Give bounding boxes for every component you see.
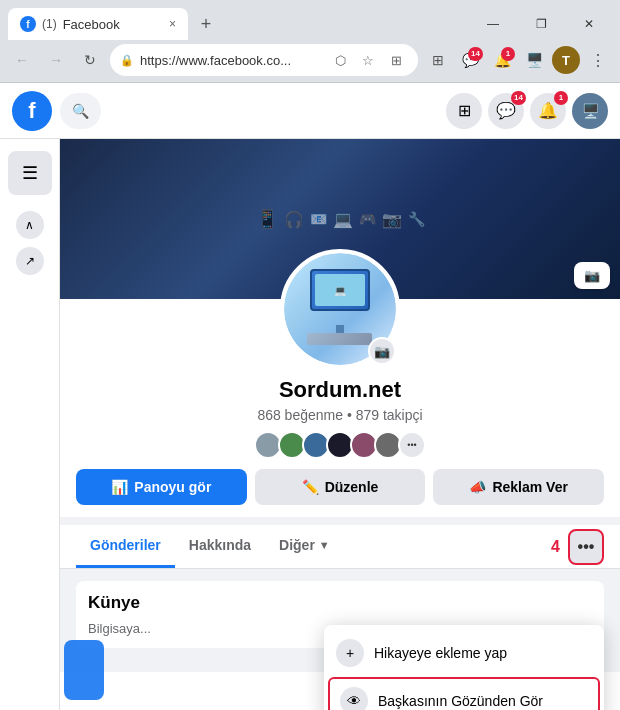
avatar-letter: 🖥️ bbox=[582, 103, 599, 119]
left-sidebar-menu-button[interactable]: ☰ bbox=[8, 151, 52, 195]
notifications-bell-button[interactable]: 🔔 1 bbox=[488, 46, 516, 74]
panel-icon: 📊 bbox=[111, 479, 128, 495]
address-icons: ⬡ ☆ ⊞ bbox=[328, 48, 408, 72]
facebook-favicon: f bbox=[20, 16, 36, 32]
tab-notification: (1) bbox=[42, 17, 57, 31]
tab-bar: f (1) Facebook × + — ❐ ✕ bbox=[0, 0, 620, 40]
camera-small-icon: 📷 bbox=[374, 344, 390, 359]
maximize-button[interactable]: ❐ bbox=[518, 8, 564, 40]
facebook-topnav: f 🔍 ⊞ 💬 14 🔔 1 🖥️ bbox=[0, 83, 620, 139]
tab-about-label: Hakkında bbox=[189, 537, 251, 553]
profile-image-illustration: 💻 bbox=[295, 269, 385, 349]
close-button[interactable]: ✕ bbox=[566, 8, 612, 40]
url-text: https://www.facebook.co... bbox=[140, 53, 322, 68]
bell-count-badge: 1 bbox=[554, 91, 568, 105]
topnav-right: ⊞ 💬 14 🔔 1 🖥️ bbox=[446, 93, 608, 129]
panel-view-button[interactable]: 📊 Panoyu gör bbox=[76, 469, 247, 505]
ad-icon: 📣 bbox=[469, 479, 486, 495]
messenger-count-badge: 14 bbox=[511, 91, 526, 105]
panel-label: Panoyu gör bbox=[134, 479, 211, 495]
dropdown-menu: + Hikayeye ekleme yap 👁 Başkasının Gözün… bbox=[324, 625, 604, 710]
left-sidebar-expand-button[interactable]: ↗ bbox=[16, 247, 44, 275]
layers-icon[interactable]: ⊞ bbox=[384, 48, 408, 72]
profile-action-buttons: 📊 Panoyu gör ✏️ Düzenle 📣 Reklam Ver bbox=[76, 469, 604, 505]
tabs-count: 4 bbox=[551, 538, 560, 556]
dropdown-item-view-as[interactable]: 👁 Başkasının Gözünden Gör bbox=[328, 677, 600, 710]
forward-button[interactable]: → bbox=[42, 46, 70, 74]
messenger-nav-button[interactable]: 💬 14 bbox=[488, 93, 524, 129]
keyboard-illustration bbox=[307, 333, 372, 345]
tab-more[interactable]: Diğer ▼ bbox=[265, 525, 344, 568]
address-bar[interactable]: 🔒 https://www.facebook.co... ⬡ ☆ ⊞ bbox=[110, 44, 418, 76]
profile-avatar-wrapper: 💻 📷 bbox=[280, 249, 400, 369]
edit-button[interactable]: ✏️ Düzenle bbox=[255, 469, 426, 505]
bookmark-star-icon[interactable]: ☆ bbox=[356, 48, 380, 72]
facebook-page-content: f 🔍 ⊞ 💬 14 🔔 1 🖥️ ☰ ∧ ↗ bbox=[0, 83, 620, 710]
profile-stats: 868 beğenme • 879 takipçi bbox=[76, 407, 604, 423]
view-as-label: Başkasının Gözünden Gör bbox=[378, 693, 543, 709]
ad-button[interactable]: 📣 Reklam Ver bbox=[433, 469, 604, 505]
view-as-icon: 👁 bbox=[340, 687, 368, 710]
profile-tabs: Gönderiler Hakkında Diğer ▼ 4 ••• bbox=[60, 525, 620, 569]
search-bar[interactable]: 🔍 bbox=[60, 93, 101, 129]
messenger-button[interactable]: 💬 14 bbox=[456, 46, 484, 74]
cover-photo-camera-button[interactable]: 📷 bbox=[574, 262, 610, 289]
minimize-button[interactable]: — bbox=[470, 8, 516, 40]
profile-name: Sordum.net bbox=[76, 377, 604, 403]
tab-more-arrow: ▼ bbox=[319, 539, 330, 551]
extension-icon[interactable]: 🖥️ bbox=[520, 46, 548, 74]
tab-posts[interactable]: Gönderiler bbox=[76, 525, 175, 568]
edit-label: Düzenle bbox=[325, 479, 379, 495]
bell-nav-button[interactable]: 🔔 1 bbox=[530, 93, 566, 129]
tab-close-button[interactable]: × bbox=[169, 17, 176, 31]
story-icon: + bbox=[336, 639, 364, 667]
ad-label: Reklam Ver bbox=[492, 479, 568, 495]
left-sidebar-collapse-button[interactable]: ∧ bbox=[16, 211, 44, 239]
browser-action-buttons: ⊞ 💬 14 🔔 1 🖥️ T ⋮ bbox=[424, 46, 612, 74]
camera-icon: 📷 bbox=[584, 268, 600, 283]
monitor-screen: 💻 bbox=[315, 274, 365, 306]
edit-icon: ✏️ bbox=[302, 479, 319, 495]
address-bar-row: ← → ↻ 🔒 https://www.facebook.co... ⬡ ☆ ⊞… bbox=[0, 40, 620, 82]
search-icon: 🔍 bbox=[72, 103, 89, 119]
browser-profile-avatar[interactable]: T bbox=[552, 46, 580, 74]
main-content-area: 📱 🎧 📧 💻 🎮 📷 🔧 📷 bbox=[60, 139, 620, 710]
follower-more: ••• bbox=[398, 431, 426, 459]
tab-about[interactable]: Hakkında bbox=[175, 525, 265, 568]
tabs-more-button[interactable]: ••• bbox=[568, 529, 604, 565]
monitor-illustration: 💻 bbox=[310, 269, 370, 311]
messenger-badge: 14 bbox=[468, 47, 483, 61]
apps-button[interactable]: ⊞ bbox=[424, 46, 452, 74]
left-sidebar: ☰ ∧ ↗ bbox=[0, 139, 60, 710]
bio-title: Künye bbox=[88, 593, 592, 613]
tab-title: Facebook bbox=[63, 17, 120, 32]
browser-chrome: f (1) Facebook × + — ❐ ✕ ← → ↻ 🔒 https:/… bbox=[0, 0, 620, 83]
new-tab-button[interactable]: + bbox=[192, 10, 220, 38]
apps-grid-button[interactable]: ⊞ bbox=[446, 93, 482, 129]
browser-menu-button[interactable]: ⋮ bbox=[584, 46, 612, 74]
window-controls: — ❐ ✕ bbox=[470, 8, 612, 40]
refresh-button[interactable]: ↻ bbox=[76, 46, 104, 74]
floating-blue-button[interactable] bbox=[64, 640, 104, 700]
back-button[interactable]: ← bbox=[8, 46, 36, 74]
story-label: Hikayeye ekleme yap bbox=[374, 645, 507, 661]
tab-posts-label: Gönderiler bbox=[90, 537, 161, 553]
tabs-right-section: 4 ••• bbox=[551, 529, 604, 565]
follower-avatars: ••• bbox=[76, 431, 604, 459]
dropdown-item-story[interactable]: + Hikayeye ekleme yap bbox=[324, 631, 604, 675]
avatar-camera-button[interactable]: 📷 bbox=[368, 337, 396, 365]
facebook-logo[interactable]: f bbox=[12, 91, 52, 131]
active-tab[interactable]: f (1) Facebook × bbox=[8, 8, 188, 40]
tab-more-label: Diğer bbox=[279, 537, 315, 553]
user-avatar[interactable]: 🖥️ bbox=[572, 93, 608, 129]
bell-badge: 1 bbox=[501, 47, 515, 61]
lock-icon: 🔒 bbox=[120, 54, 134, 67]
share-icon[interactable]: ⬡ bbox=[328, 48, 352, 72]
